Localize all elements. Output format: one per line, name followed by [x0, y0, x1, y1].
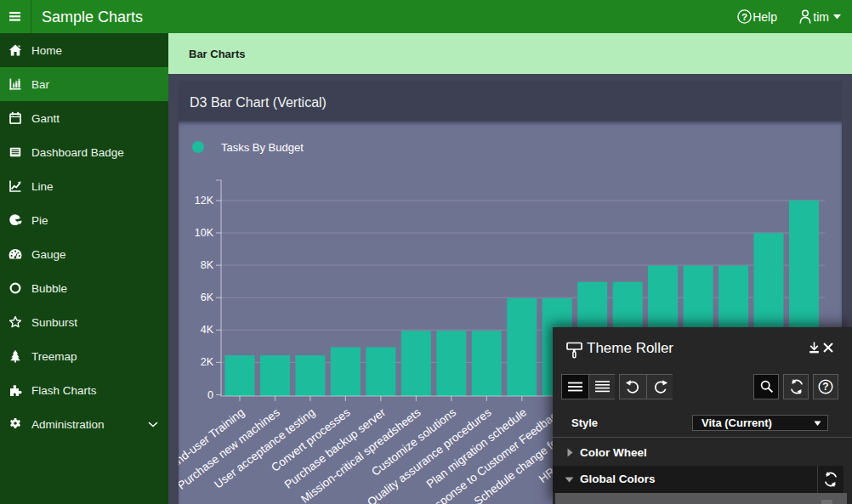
svg-text:12K: 12K [195, 195, 214, 207]
svg-text:?: ? [741, 12, 747, 22]
svg-text:6K: 6K [201, 292, 214, 303]
svg-text:0: 0 [207, 389, 213, 401]
svg-text:4K: 4K [201, 324, 214, 336]
svg-text:?: ? [822, 381, 828, 393]
svg-text:2K: 2K [201, 356, 214, 368]
svg-text:8K: 8K [201, 259, 214, 271]
svg-text:Tasks By Budget: Tasks By Budget [221, 141, 304, 154]
svg-text:10K: 10K [195, 227, 214, 239]
